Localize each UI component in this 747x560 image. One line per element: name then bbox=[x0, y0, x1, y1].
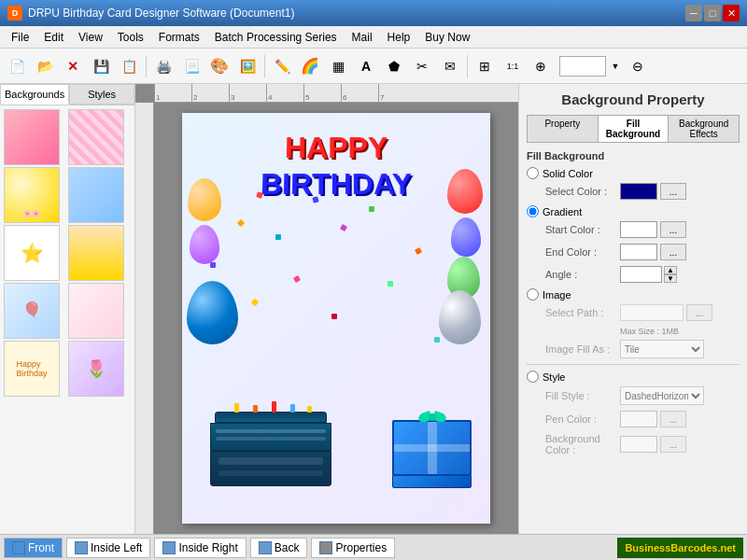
save-button[interactable]: 💾 bbox=[88, 53, 114, 79]
inside-right-icon bbox=[162, 541, 176, 554]
balloon-silver bbox=[439, 290, 481, 344]
start-color-box[interactable] bbox=[620, 221, 657, 238]
bg-color-box[interactable] bbox=[620, 436, 657, 453]
style-label[interactable]: Style bbox=[543, 371, 565, 383]
angle-input[interactable]: 359 bbox=[620, 266, 662, 283]
zoom-out-button[interactable]: ⊖ bbox=[625, 53, 651, 79]
minimize-button[interactable]: ─ bbox=[685, 5, 702, 21]
menu-help[interactable]: Help bbox=[380, 29, 418, 46]
angle-down-btn[interactable]: ▼ bbox=[664, 274, 677, 283]
gradient-radio[interactable] bbox=[527, 205, 539, 217]
prop-tab-fill-background[interactable]: Fill Background bbox=[599, 116, 669, 142]
tab-front[interactable]: Front bbox=[4, 538, 63, 558]
separator-3 bbox=[467, 55, 468, 77]
bg-thumb-10[interactable]: 🌷 bbox=[68, 341, 124, 397]
color-button[interactable]: 🎨 bbox=[206, 53, 233, 79]
image-radio[interactable] bbox=[527, 288, 539, 301]
pen-button[interactable]: ✏️ bbox=[269, 53, 295, 79]
titlebar: D DRPU Birthday Card Designer Software (… bbox=[0, 0, 747, 26]
main-area: Backgrounds Styles 🌸🌸 ⭐ 🎈 HappyBirthday … bbox=[0, 84, 747, 534]
prop-tab-property[interactable]: Property bbox=[528, 116, 599, 142]
bg-thumb-4[interactable] bbox=[68, 167, 124, 223]
property-tabs: Property Fill Background Background Effe… bbox=[527, 115, 740, 143]
zoom-in-button[interactable]: ⊕ bbox=[528, 53, 554, 79]
style-radio[interactable] bbox=[527, 371, 539, 383]
path-input[interactable] bbox=[620, 304, 684, 321]
tab-back[interactable]: Back bbox=[250, 538, 308, 558]
solid-color-browse-btn[interactable]: ... bbox=[660, 183, 686, 200]
end-color-browse-btn[interactable]: ... bbox=[660, 244, 686, 260]
menu-mail[interactable]: Mail bbox=[345, 29, 380, 46]
preview-button[interactable]: 📃 bbox=[178, 53, 204, 79]
bg-color-label: Background Color : bbox=[545, 433, 620, 455]
email-button[interactable]: ✉ bbox=[437, 53, 463, 79]
bg-thumb-3[interactable]: 🌸🌸 bbox=[4, 167, 60, 223]
new-button[interactable]: 📄 bbox=[4, 53, 30, 79]
shape-button[interactable]: ⬟ bbox=[381, 53, 407, 79]
pen-color-browse-btn[interactable]: ... bbox=[660, 411, 686, 427]
image-label[interactable]: Image bbox=[543, 289, 571, 301]
image-button[interactable]: 🖼️ bbox=[234, 53, 261, 79]
bg-thumb-6[interactable] bbox=[68, 225, 124, 281]
tab-back-label: Back bbox=[275, 541, 300, 554]
image-fill-select[interactable]: Tile Stretch Center bbox=[620, 340, 704, 358]
zoom-100-button[interactable]: 1:1 bbox=[500, 53, 526, 79]
max-size-text: Max Size : 1MB bbox=[527, 327, 740, 336]
menu-file[interactable]: File bbox=[4, 29, 36, 46]
close-button[interactable]: ✕ bbox=[723, 5, 740, 21]
bg-thumb-1[interactable] bbox=[4, 109, 60, 165]
tab-properties[interactable]: Properties bbox=[311, 538, 395, 558]
gradient-button[interactable]: 🌈 bbox=[297, 53, 323, 79]
tab-inside-left[interactable]: Inside Left bbox=[66, 538, 150, 558]
tab-backgrounds[interactable]: Backgrounds bbox=[0, 84, 69, 105]
image-fill-row: Image Fill As : Tile Stretch Center bbox=[527, 340, 740, 358]
tab-inside-right[interactable]: Inside Right bbox=[154, 538, 246, 558]
bg-thumb-2[interactable] bbox=[68, 109, 124, 165]
path-browse-btn[interactable]: ... bbox=[686, 304, 712, 321]
bg-thumb-5[interactable]: ⭐ bbox=[4, 225, 60, 281]
menu-batch[interactable]: Batch Processing Series bbox=[207, 29, 345, 46]
menu-edit[interactable]: Edit bbox=[36, 29, 71, 46]
bg-thumb-7[interactable]: 🎈 bbox=[4, 283, 60, 339]
bg-color-browse-btn[interactable]: ... bbox=[660, 436, 686, 453]
bg-thumb-9[interactable]: HappyBirthday bbox=[4, 341, 60, 397]
zoom-dropdown[interactable]: ▼ bbox=[608, 53, 623, 79]
solid-color-box[interactable] bbox=[620, 183, 657, 200]
angle-up-btn[interactable]: ▲ bbox=[664, 266, 677, 274]
solid-color-label[interactable]: Solid Color bbox=[543, 168, 593, 179]
table-button[interactable]: ⊞ bbox=[472, 53, 498, 79]
angle-row: Angle : 359 ▲ ▼ bbox=[527, 266, 740, 283]
bg-thumb-8[interactable] bbox=[68, 283, 124, 339]
end-color-row: End Color : ... bbox=[527, 244, 740, 260]
toolbar: 📄 📂 ✕ 💾 📋 🖨️ 📃 🎨 🖼️ ✏️ 🌈 ▦ A ⬟ ✂ ✉ ⊞ 1:1… bbox=[0, 49, 747, 84]
left-panel-tabs: Backgrounds Styles bbox=[0, 84, 134, 105]
solid-color-radio[interactable] bbox=[527, 167, 539, 179]
prop-tab-bg-effects[interactable]: Background Effects bbox=[669, 116, 739, 142]
gradient-label[interactable]: Gradient bbox=[543, 206, 582, 217]
fill-style-select[interactable]: DashedHorizontal Solid DashedVertical bbox=[620, 386, 704, 405]
menu-tools[interactable]: Tools bbox=[110, 29, 151, 46]
print-button[interactable]: 🖨️ bbox=[150, 53, 176, 79]
menu-buynow[interactable]: Buy Now bbox=[417, 29, 477, 46]
pen-color-box[interactable] bbox=[620, 411, 657, 427]
maximize-button[interactable]: □ bbox=[704, 5, 721, 21]
menu-formats[interactable]: Formats bbox=[151, 29, 207, 46]
banner-birthday: BIRTHDAY bbox=[196, 167, 476, 202]
open-button[interactable]: 📂 bbox=[32, 53, 58, 79]
close-button-tb[interactable]: ✕ bbox=[60, 53, 86, 79]
zoom-input[interactable]: 150% bbox=[559, 56, 606, 77]
tab-properties-label: Properties bbox=[335, 541, 387, 554]
birthday-cake bbox=[210, 412, 331, 486]
barcode-button[interactable]: ▦ bbox=[325, 53, 351, 79]
back-icon bbox=[259, 541, 272, 554]
pen-color-row: Pen Color : ... bbox=[527, 411, 740, 427]
menu-view[interactable]: View bbox=[71, 29, 110, 46]
start-color-browse-btn[interactable]: ... bbox=[660, 221, 686, 238]
saveas-button[interactable]: 📋 bbox=[116, 53, 142, 79]
end-color-box[interactable] bbox=[620, 244, 657, 260]
card-canvas[interactable]: HAPPY BIRTHDAY bbox=[182, 113, 490, 524]
text-button[interactable]: A bbox=[353, 53, 379, 79]
fill-style-row: Fill Style : DashedHorizontal Solid Dash… bbox=[527, 386, 740, 405]
clip-button[interactable]: ✂ bbox=[409, 53, 435, 79]
tab-styles[interactable]: Styles bbox=[69, 84, 134, 105]
